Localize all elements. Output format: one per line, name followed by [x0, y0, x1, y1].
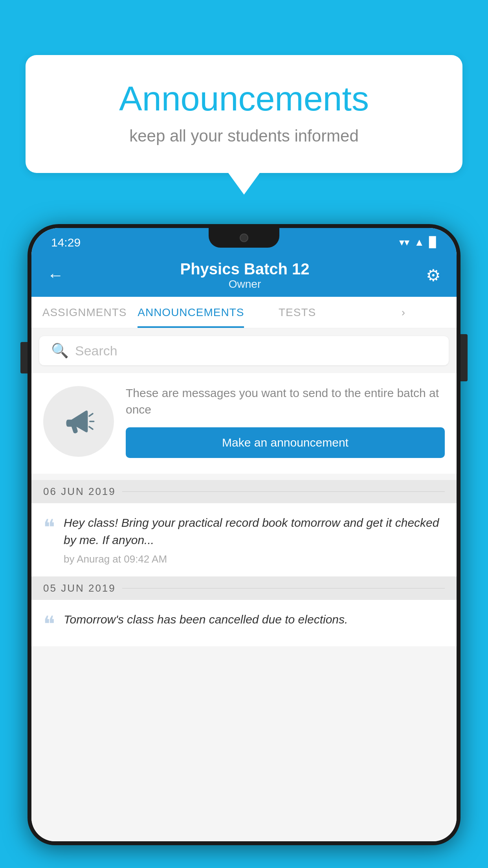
- date-separator-1: 06 JUN 2019: [31, 480, 457, 503]
- announcements-subtitle: keep all your students informed: [57, 127, 431, 145]
- date-separator-2: 05 JUN 2019: [31, 577, 457, 600]
- phone-notch: [209, 228, 279, 248]
- wifi-icon: ▾▾: [399, 236, 409, 248]
- promo-description: These are messages you want to send to t…: [126, 385, 445, 418]
- tab-more[interactable]: ›: [350, 297, 457, 328]
- search-icon: 🔍: [51, 342, 69, 359]
- status-icons: ▾▾ ▲ ▉: [399, 236, 437, 248]
- tabs-bar: ASSIGNMENTS ANNOUNCEMENTS TESTS ›: [31, 297, 457, 328]
- message-item-1[interactable]: ❝ Hey class! Bring your practical record…: [31, 503, 457, 577]
- header-title-area: Physics Batch 12 Owner: [64, 260, 426, 291]
- date-line-1: [122, 491, 445, 492]
- message-text-2: Tomorrow's class has been cancelled due …: [64, 611, 445, 628]
- message-meta-1: by Anurag at 09:42 AM: [64, 553, 445, 565]
- search-placeholder: Search: [75, 343, 117, 359]
- svg-line-0: [89, 414, 93, 416]
- speech-bubble-card: Announcements keep all your students inf…: [26, 55, 462, 173]
- svg-line-2: [89, 427, 93, 429]
- tab-tests[interactable]: TESTS: [244, 297, 350, 328]
- promo-icon: [43, 386, 114, 457]
- message-item-2[interactable]: ❝ Tomorrow's class has been cancelled du…: [31, 600, 457, 646]
- content-area: 🔍 Search These ar: [31, 328, 457, 841]
- header-title: Physics Batch 12: [64, 260, 426, 278]
- message-content-1: Hey class! Bring your practical record b…: [64, 514, 445, 565]
- promo-right: These are messages you want to send to t…: [126, 385, 445, 458]
- quote-icon-1: ❝: [43, 517, 55, 565]
- announcements-heading: Announcements: [57, 79, 431, 119]
- app-header: ← Physics Batch 12 Owner ⚙: [31, 254, 457, 297]
- make-announcement-button[interactable]: Make an announcement: [126, 427, 445, 458]
- search-bar[interactable]: 🔍 Search: [39, 336, 449, 365]
- tab-assignments[interactable]: ASSIGNMENTS: [31, 297, 138, 328]
- status-time: 14:29: [51, 236, 81, 249]
- back-button[interactable]: ←: [47, 266, 64, 285]
- phone-outer: 14:29 ▾▾ ▲ ▉ ← Physics Batch 12 Owner ⚙ …: [28, 224, 460, 845]
- message-text-1: Hey class! Bring your practical record b…: [64, 514, 445, 548]
- date-line-2: [122, 588, 445, 588]
- speech-bubble-section: Announcements keep all your students inf…: [26, 55, 462, 195]
- quote-icon-2: ❝: [43, 613, 55, 635]
- date-label-1: 06 JUN 2019: [43, 485, 116, 498]
- tab-announcements[interactable]: ANNOUNCEMENTS: [138, 297, 244, 328]
- camera-dot: [240, 234, 248, 242]
- promo-card: These are messages you want to send to t…: [31, 373, 457, 474]
- phone-screen: 14:29 ▾▾ ▲ ▉ ← Physics Batch 12 Owner ⚙ …: [31, 228, 457, 841]
- date-label-2: 05 JUN 2019: [43, 582, 116, 594]
- settings-icon[interactable]: ⚙: [426, 266, 441, 285]
- message-content-2: Tomorrow's class has been cancelled due …: [64, 611, 445, 635]
- signal-icon: ▲: [414, 236, 424, 248]
- battery-icon: ▉: [429, 236, 437, 248]
- header-subtitle: Owner: [64, 278, 426, 291]
- phone-wrapper: 14:29 ▾▾ ▲ ▉ ← Physics Batch 12 Owner ⚙ …: [28, 224, 460, 868]
- bubble-tail: [228, 173, 260, 195]
